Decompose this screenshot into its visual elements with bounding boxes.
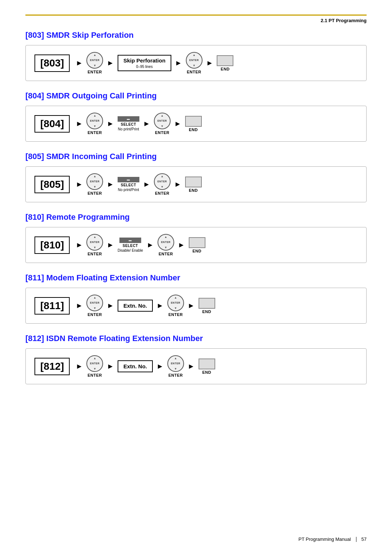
code-811: [811] (34, 297, 70, 315)
arrow-2: ► (107, 59, 114, 67)
enter-btn-805-1: ENTER ENTER (86, 173, 103, 195)
end-box-811: END (199, 298, 215, 314)
footer: PT Programming Manual 57 (298, 536, 367, 542)
select-label-805: SELECT (121, 183, 136, 187)
select-sub-810: Disable/ Enable (118, 248, 143, 253)
enter-circle-810-1: ENTER (86, 234, 103, 251)
code-804: [804] (34, 115, 70, 133)
enter-btn-805-2: ENTER ENTER (154, 173, 171, 195)
end-rect-812 (199, 358, 215, 369)
end-rect-805 (185, 177, 202, 187)
diagram-804-row: [804] ► ENTER ENTER ► ▬ SELECT No print/… (34, 113, 202, 135)
end-label-812: END (202, 370, 211, 374)
arrow-812-4: ► (188, 362, 195, 370)
end-label-803: END (221, 67, 230, 71)
diagram-811-row: [811] ► ENTER ENTER ► Extn. No. ► ENTER … (34, 295, 215, 317)
select-label-810: SELECT (123, 244, 138, 248)
arrow-810-3: ► (147, 241, 154, 249)
skip-perforation-box: Skip Perforation 0–95 lines (118, 55, 171, 71)
footer-divider (356, 537, 356, 542)
enter-label-811-2: ENTER (168, 312, 183, 317)
diagram-803: [803] ► ENTER ENTER ► Skip Perforation 0… (25, 45, 367, 81)
diagram-803-row: [803] ► ENTER ENTER ► Skip Perforation 0… (34, 52, 233, 74)
select-rect-805: ▬ (118, 177, 139, 182)
arrow-804-3: ► (143, 119, 150, 128)
arrow-805-4: ► (174, 180, 181, 189)
end-box-812: END (199, 358, 215, 374)
enter-btn-812-2: ENTER ENTER (167, 355, 184, 377)
enter-label-812-2: ENTER (168, 373, 183, 377)
section-811-title: [811] Modem Floating Extension Number (25, 273, 367, 283)
arrow-810-1: ► (75, 241, 83, 249)
section-805-title: [805] SMDR Incoming Call Printing (25, 152, 367, 161)
diagram-810: [810] ► ENTER ENTER ► ▬ SELECT Disable/ … (25, 227, 367, 263)
arrow-812-2: ► (107, 362, 114, 370)
select-rect-804: ▬ (118, 116, 139, 122)
section-812-title: [812] ISDN Remote Floating Extension Num… (25, 334, 367, 343)
enter-btn-803-1: ENTER ENTER (86, 52, 103, 74)
enter-btn-811-1: ENTER ENTER (86, 295, 103, 317)
enter-circle-812-2: ENTER (167, 355, 184, 372)
arrow-805-2: ► (107, 180, 114, 189)
select-sub-805: No print/Print (118, 187, 139, 192)
arrow-810-4: ► (178, 241, 185, 249)
enter-circle-804-1: ENTER (86, 113, 103, 129)
section-810-title: [810] Remote Programming (25, 212, 367, 222)
end-label-805: END (189, 188, 198, 193)
arrow-1: ► (75, 59, 83, 67)
arrow-3: ► (175, 59, 182, 67)
section-header: 2.1 PT Programming (25, 18, 367, 23)
arrow-811-3: ► (156, 301, 164, 310)
arrow-804-1: ► (75, 119, 83, 128)
enter-btn-811-2: ENTER ENTER (167, 295, 184, 317)
enter-btn-810-1: ENTER ENTER (86, 234, 103, 256)
diagram-812-row: [812] ► ENTER ENTER ► Extn. No. ► ENTER … (34, 355, 215, 377)
enter-circle-811-1: ENTER (86, 295, 103, 311)
code-810: [810] (34, 236, 70, 254)
end-box-805: END (185, 177, 202, 193)
code-805: [805] (34, 176, 70, 193)
arrow-810-2: ► (107, 241, 114, 249)
enter-label-811-1: ENTER (87, 312, 102, 317)
diagram-805-row: [805] ► ENTER ENTER ► ▬ SELECT No print/… (34, 173, 202, 195)
footer-left: PT Programming Manual (298, 536, 351, 542)
enter-circle-803-2: ENTER (186, 52, 203, 69)
end-rect-803 (217, 55, 233, 66)
enter-label-804-2: ENTER (155, 130, 170, 135)
enter-label-804-1: ENTER (87, 130, 102, 135)
arrow-804-2: ► (107, 119, 114, 128)
arrow-812-3: ► (156, 362, 164, 370)
arrow-804-4: ► (174, 119, 181, 128)
enter-circle-803-1: ENTER (86, 52, 103, 69)
top-rule (25, 15, 367, 16)
end-label-810: END (192, 249, 201, 253)
enter-circle-812-1: ENTER (86, 355, 103, 372)
end-box-810: END (189, 237, 205, 253)
end-box-803: END (217, 55, 233, 71)
section-title-label: 2.1 PT Programming (321, 18, 367, 23)
select-label-804: SELECT (121, 122, 136, 126)
enter-circle-805-1: ENTER (86, 173, 103, 190)
enter-label-805-1: ENTER (87, 191, 102, 195)
code-803: [803] (34, 54, 70, 72)
arrow-805-1: ► (75, 180, 83, 189)
enter-circle-810-2: ENTER (158, 234, 174, 251)
enter-label-805-2: ENTER (155, 191, 170, 195)
enter-btn-810-2: ENTER ENTER (158, 234, 174, 256)
enter-btn-812-1: ENTER ENTER (86, 355, 103, 377)
select-box-804: ▬ SELECT No print/Print (118, 116, 139, 131)
arrow-811-1: ► (75, 301, 83, 310)
select-sub-804: No print/Print (118, 127, 139, 131)
enter-btn-804-2: ENTER ENTER (154, 113, 171, 135)
enter-label-810-1: ENTER (87, 252, 102, 256)
arrow-805-3: ► (143, 180, 150, 189)
enter-label-812-1: ENTER (87, 373, 102, 377)
code-812: [812] (34, 358, 70, 375)
enter-label-810-2: ENTER (159, 252, 173, 256)
enter-circle-811-2: ENTER (167, 295, 184, 311)
diagram-805: [805] ► ENTER ENTER ► ▬ SELECT No print/… (25, 166, 367, 202)
diagram-804: [804] ► ENTER ENTER ► ▬ SELECT No print/… (25, 106, 367, 142)
extn-no-box-811: Extn. No. (118, 300, 153, 312)
enter-label-803-2: ENTER (187, 70, 201, 74)
end-rect-810 (189, 237, 205, 248)
